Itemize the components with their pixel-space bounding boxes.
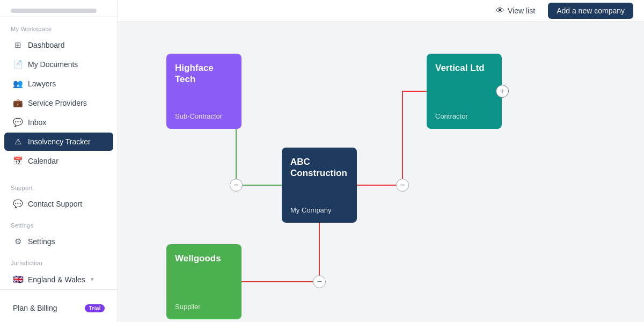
main-area: 👁 View list Add a new company − — [118, 0, 644, 322]
trial-badge: Trial — [85, 304, 105, 312]
sidebar-item-service-providers[interactable]: 💼 Service Providers — [4, 94, 113, 112]
minus-icon: − — [317, 277, 321, 286]
chevron-down-icon: ▾ — [91, 276, 94, 283]
users-icon: 👥 — [13, 79, 23, 89]
card-subtitle: Contractor — [435, 112, 493, 120]
minus-icon: − — [400, 181, 405, 189]
card-wellgoods[interactable]: Wellgoods Supplier — [166, 244, 241, 319]
sidebar: My Workspace ⊞ Dashboard 📄 My Documents … — [0, 0, 118, 322]
sidebar-item-dashboard[interactable]: ⊞ Dashboard — [4, 36, 113, 54]
briefcase-icon: 💼 — [13, 98, 23, 108]
calendar-icon: 📅 — [13, 156, 23, 166]
card-abc-construction[interactable]: ABC Construction My Company — [282, 148, 357, 223]
card-title: Highface Tech — [175, 62, 233, 85]
sidebar-item-label: Lawyers — [28, 79, 56, 88]
sidebar-item-label: My Documents — [28, 60, 78, 69]
sidebar-logo — [0, 0, 118, 17]
jurisdiction-label: Jurisdiction — [0, 251, 118, 269]
sidebar-item-label: Calendar — [28, 157, 58, 165]
sidebar-item-label: Service Providers — [28, 99, 87, 107]
minus-icon: − — [233, 181, 238, 189]
sidebar-item-my-documents[interactable]: 📄 My Documents — [4, 55, 113, 74]
alert-icon: ⚠ — [13, 137, 23, 147]
card-subtitle: My Company — [290, 206, 348, 214]
plan-label: Plan & Billing — [13, 304, 57, 312]
add-company-button[interactable]: Add a new company — [548, 3, 633, 19]
file-icon: 📄 — [13, 60, 23, 69]
card-title: Vertical Ltd — [435, 62, 493, 74]
sidebar-item-label: Dashboard — [28, 41, 65, 49]
flag-icon: 🇬🇧 — [13, 274, 24, 284]
workspace-label: My Workspace — [0, 17, 118, 35]
sidebar-item-label: Inbox — [28, 118, 46, 127]
minus-button-red-bottom[interactable]: − — [313, 275, 326, 288]
settings-label: Settings — [0, 214, 118, 232]
plus-icon: + — [500, 87, 504, 96]
jurisdiction-value: England & Wales — [28, 275, 85, 284]
topbar: 👁 View list Add a new company — [118, 0, 644, 21]
support-icon: 💬 — [13, 199, 23, 209]
card-subtitle: Supplier — [175, 303, 233, 311]
sidebar-item-inbox[interactable]: 💬 Inbox — [4, 113, 113, 131]
minus-button-red-right[interactable]: − — [396, 179, 409, 192]
sidebar-item-calendar[interactable]: 📅 Calendar — [4, 152, 113, 170]
jurisdiction-selector[interactable]: 🇬🇧 England & Wales ▾ — [4, 270, 113, 289]
sidebar-item-settings[interactable]: ⚙ Settings — [4, 232, 113, 251]
grid-icon: ⊞ — [13, 40, 23, 50]
sidebar-item-insolvency-tracker[interactable]: ⚠ Insolvency Tracker — [4, 133, 113, 151]
message-icon: 💬 — [13, 118, 23, 127]
minus-button-green[interactable]: − — [230, 179, 243, 192]
canvas-inner: − − − + Highface Tech Sub-Contractor Ver… — [129, 32, 633, 311]
eye-icon: 👁 — [496, 6, 504, 16]
card-highface-tech[interactable]: Highface Tech Sub-Contractor — [166, 54, 241, 129]
sidebar-bottom: Plan & Billing Trial — [0, 289, 118, 322]
card-title: ABC Construction — [290, 156, 348, 179]
view-list-label: View list — [508, 6, 535, 15]
sidebar-item-label: Settings — [28, 237, 55, 246]
card-vertical-ltd[interactable]: Vertical Ltd Contractor — [427, 54, 502, 129]
sidebar-item-label: Insolvency Tracker — [28, 137, 91, 146]
canvas: − − − + Highface Tech Sub-Contractor Ver… — [118, 21, 644, 322]
plan-billing[interactable]: Plan & Billing Trial — [4, 298, 113, 318]
support-label: Support — [0, 176, 118, 194]
plus-button-vertical[interactable]: + — [496, 85, 509, 98]
card-subtitle: Sub-Contractor — [175, 112, 233, 120]
sidebar-item-label: Contact Support — [28, 200, 82, 208]
card-title: Wellgoods — [175, 253, 233, 264]
sidebar-item-contact-support[interactable]: 💬 Contact Support — [4, 195, 113, 213]
view-list-button[interactable]: 👁 View list — [489, 3, 541, 19]
logo-bar — [11, 9, 97, 13]
sidebar-item-lawyers[interactable]: 👥 Lawyers — [4, 75, 113, 93]
gear-icon: ⚙ — [13, 237, 23, 246]
